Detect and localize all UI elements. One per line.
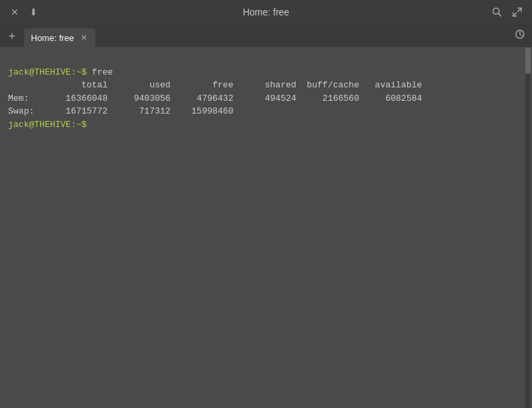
titlebar-left: ✕ ⬇ [8,5,40,19]
prompt2-host: THEHIVE [34,120,71,130]
terminal-body[interactable]: jack@THEHIVE:~$ free total used free sha… [0,47,532,408]
titlebar: ✕ ⬇ Home: free [0,0,532,24]
history-button[interactable] [515,29,525,43]
download-button[interactable]: ⬇ [27,5,40,19]
titlebar-right [490,5,524,19]
output-mem: Mem: 16366048 9403056 4796432 494524 216… [8,93,422,104]
tab-home-free[interactable]: Home: free ✕ [24,28,95,47]
terminal-content: jack@THEHIVE:~$ free total used free sha… [8,52,524,145]
search-button[interactable] [490,5,504,19]
tabbar: + Home: free ✕ [0,24,532,47]
maximize-button[interactable] [511,5,524,19]
window-title: Home: free [242,7,289,17]
output-header: total used free shared buff/cache availa… [8,80,422,90]
close-button[interactable]: ✕ [8,5,21,19]
prompt-host: THEHIVE [34,67,71,77]
svg-line-1 [498,13,501,16]
new-tab-button[interactable]: + [3,27,21,46]
prompt2-user: jack [8,120,29,130]
output-swap: Swap: 16715772 717312 15998460 [8,106,233,116]
prompt-line-2: jack@THEHIVE:~$ [8,120,92,130]
terminal-window: ✕ ⬇ Home: free + Hom [0,0,532,408]
scrollbar[interactable] [525,47,531,408]
prompt-user: jack [8,67,29,77]
prompt-line-1: jack@THEHIVE:~$ free [8,67,113,77]
tab-close-button[interactable]: ✕ [79,33,89,42]
scrollbar-thumb[interactable] [525,47,531,74]
tab-label: Home: free [31,33,74,43]
command-text: free [87,67,113,77]
